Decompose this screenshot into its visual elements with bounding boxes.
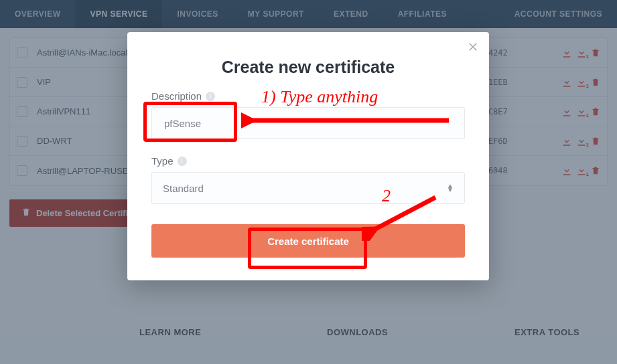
info-icon: i (206, 92, 215, 101)
create-certificate-button[interactable]: Create certificate (151, 224, 465, 258)
modal-title: Create new certificate (151, 58, 465, 77)
create-certificate-modal: Create new certificate Description i Typ… (127, 32, 489, 280)
description-input[interactable] (163, 117, 454, 130)
info-icon: i (178, 157, 187, 166)
type-select-value: Standard (163, 183, 204, 194)
chevron-updown-icon: ▲▼ (447, 184, 454, 192)
description-label: Description i (151, 90, 465, 102)
type-label: Type i (151, 155, 465, 167)
type-select[interactable]: Standard ▲▼ (151, 172, 465, 204)
close-icon[interactable] (468, 41, 478, 55)
description-input-wrap (151, 107, 465, 139)
